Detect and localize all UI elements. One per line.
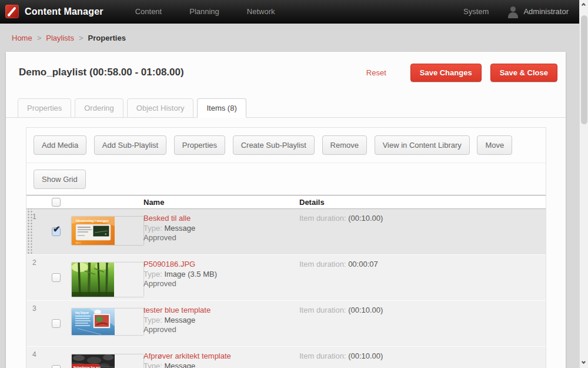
item-type-label: Type: — [143, 316, 162, 324]
menu-item-planning[interactable]: Planning — [189, 7, 219, 16]
properties-button[interactable]: Properties — [174, 135, 225, 155]
item-duration-label: Item duration: — [299, 260, 346, 268]
svg-text:+: + — [105, 232, 107, 236]
scrollbar-thumb[interactable] — [581, 15, 587, 124]
item-duration-value: (00:10.00) — [348, 214, 383, 223]
row-number: 3 — [32, 301, 45, 346]
item-name-link[interactable]: tester blue template — [143, 306, 211, 314]
create-sub-playlist-button[interactable]: Create Sub-Playlist — [233, 135, 315, 155]
row-number: 1 — [32, 209, 45, 254]
user-menu[interactable]: Administrator — [523, 7, 569, 16]
table-row[interactable]: 2 P5090186.JPG Type: Image (3.5 MB) Appr… — [26, 255, 546, 301]
items-box: Add Media Add Sub-Playlist Properties Cr… — [26, 127, 546, 368]
panel-header: Demo_playlist (00:58.00 - 01:08.00) Rese… — [6, 52, 566, 82]
add-media-button[interactable]: Add Media — [34, 135, 86, 155]
breadcrumb-separator: > — [79, 34, 83, 42]
column-header-name[interactable]: Name — [143, 198, 299, 207]
app-title: Content Manager — [25, 6, 103, 17]
breadcrumb: Home > Playlists > Properties — [0, 24, 579, 52]
item-duration-value: (00:10.00) — [348, 352, 383, 360]
main-panel: Demo_playlist (00:58.00 - 01:08.00) Rese… — [6, 52, 566, 368]
tab-ordering[interactable]: Ordering — [75, 98, 123, 118]
item-duration-value: (00:10.00) — [348, 306, 383, 314]
menu-item-system[interactable]: System — [463, 7, 489, 16]
select-all-checkbox[interactable] — [52, 198, 61, 207]
item-status: Approved — [143, 233, 299, 243]
main-menu: Content Planning Network — [135, 7, 303, 16]
svg-text:Hej Sejser: Hej Sejser — [75, 311, 89, 314]
menu-item-network[interactable]: Network — [247, 7, 275, 16]
item-duration-label: Item duration: — [299, 214, 346, 223]
browser-scrollbar[interactable] — [579, 0, 588, 368]
move-button[interactable]: Move — [477, 135, 512, 155]
navbar-right: System Administrator — [463, 5, 569, 18]
item-type-value: Message — [164, 224, 195, 233]
drag-handle[interactable] — [26, 255, 32, 300]
table-row[interactable]: 4 Nyhederne fra øst med TVjulle — [26, 347, 546, 368]
item-name-link[interactable]: Afprøver arkitekt template — [143, 352, 231, 360]
table-row[interactable]: 3 Hej Sejser tester blue — [26, 301, 546, 347]
drag-handle[interactable] — [26, 347, 32, 368]
row-number: 2 — [32, 255, 45, 300]
row-checkbox[interactable]: ✔ — [52, 227, 61, 236]
breadcrumb-separator: > — [37, 34, 42, 42]
svg-text:Nyhederne fra øst: Nyhederne fra øst — [74, 366, 101, 368]
item-thumbnail[interactable] — [72, 263, 143, 297]
menu-item-content[interactable]: Content — [135, 7, 162, 16]
view-in-content-library-button[interactable]: View in Content Library — [375, 135, 470, 155]
item-name-link[interactable]: Besked til alle — [143, 214, 191, 223]
grid-toggle-row: Show Grid — [26, 163, 546, 195]
row-number: 4 — [32, 347, 45, 368]
item-name-link[interactable]: P5090186.JPG — [143, 260, 195, 268]
save-close-button[interactable]: Save & Close — [490, 64, 557, 82]
item-type-label: Type: — [143, 270, 162, 279]
tab-bar: Properties Ordering Object History Items… — [6, 98, 566, 118]
app-logo-icon — [5, 5, 19, 18]
svg-text:RTC: RTC — [76, 241, 81, 244]
breadcrumb-current: Properties — [88, 34, 126, 42]
reset-link[interactable]: Reset — [366, 68, 386, 77]
add-sub-playlist-button[interactable]: Add Sub-Playlist — [94, 135, 166, 155]
item-duration-label: Item duration: — [299, 352, 346, 360]
drag-handle[interactable] — [26, 301, 32, 346]
items-table-body: 1 ✔ Ukrainedag i morgen + RTC Besked til… — [26, 209, 546, 368]
header-actions: Reset Save Changes Save & Close — [366, 64, 557, 82]
show-grid-button[interactable]: Show Grid — [34, 170, 86, 189]
breadcrumb-playlists[interactable]: Playlists — [46, 34, 74, 42]
scroll-up-icon[interactable] — [580, 0, 588, 9]
tab-items[interactable]: Items (8) — [197, 98, 246, 118]
item-thumbnail[interactable]: Ukrainedag i morgen + RTC — [72, 217, 143, 245]
breadcrumb-home[interactable]: Home — [12, 34, 32, 42]
top-navbar: Content Manager Content Planning Network… — [0, 0, 579, 24]
drag-handle[interactable] — [26, 209, 32, 254]
row-checkbox[interactable] — [52, 273, 61, 282]
item-type-value: Message — [164, 316, 195, 324]
svg-text:Ukrainedag i morgen: Ukrainedag i morgen — [76, 219, 109, 223]
page-title: Demo_playlist (00:58.00 - 01:08.00) — [19, 67, 184, 78]
scroll-down-icon[interactable] — [580, 359, 588, 368]
user-avatar-icon — [506, 5, 519, 18]
item-duration-value: 00:00:07 — [348, 260, 378, 268]
table-header: Name Details — [26, 195, 546, 209]
items-toolbar: Add Media Add Sub-Playlist Properties Cr… — [26, 128, 546, 163]
item-type-value: Message — [164, 362, 195, 368]
table-row[interactable]: 1 ✔ Ukrainedag i morgen + RTC Besked til… — [26, 209, 546, 255]
row-checkbox[interactable] — [52, 365, 61, 368]
item-status: Approved — [143, 325, 299, 334]
remove-button[interactable]: Remove — [322, 135, 367, 155]
item-thumbnail[interactable]: Hej Sejser — [72, 309, 143, 335]
column-header-details[interactable]: Details — [299, 198, 546, 207]
item-type-value: Image (3.5 MB) — [164, 270, 217, 279]
row-checkbox[interactable] — [52, 319, 61, 328]
item-status: Approved — [143, 279, 299, 289]
item-type-label: Type: — [143, 362, 162, 368]
save-changes-button[interactable]: Save Changes — [410, 64, 482, 82]
tab-object-history[interactable]: Object History — [127, 98, 194, 118]
item-duration-label: Item duration: — [299, 306, 346, 314]
tab-properties[interactable]: Properties — [18, 98, 71, 118]
item-type-label: Type: — [143, 224, 162, 233]
item-thumbnail[interactable]: Nyhederne fra øst med TVjulle — [72, 354, 143, 368]
